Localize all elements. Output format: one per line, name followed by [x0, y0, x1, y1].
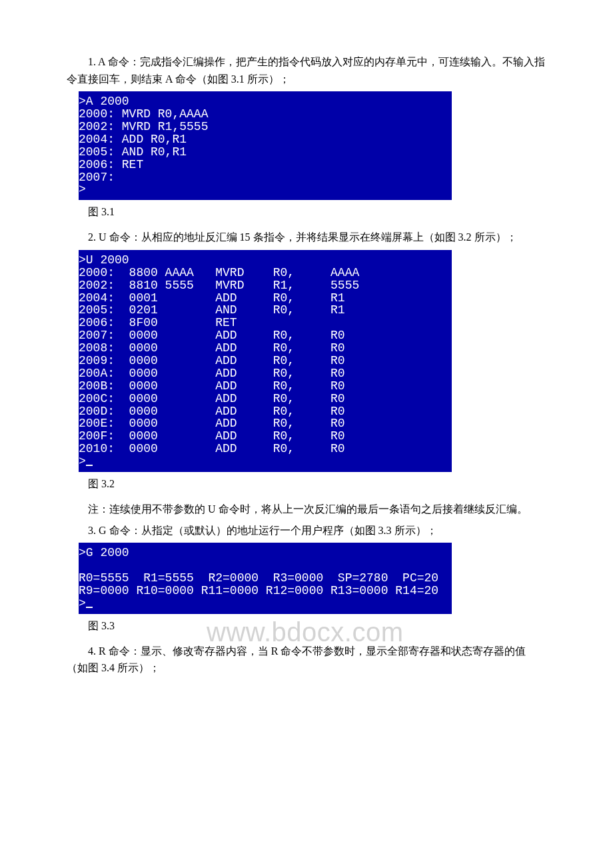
paragraph-r-command: 4. R 命令：显示、修改寄存器内容，当 R 命令不带参数时，显示全部寄存器和状…	[67, 643, 546, 677]
figure-caption-3-2: 图 3.2	[67, 477, 546, 491]
paragraph-u-note: 注：连续使用不带参数的 U 命令时，将从上一次反汇编的最后一条语句之后接着继续反…	[67, 501, 546, 518]
figure-caption-3-3: 图 3.3	[67, 619, 546, 633]
terminal-output-u: >U 2000 2000: 8800 AAAA MVRD R0, AAAA 20…	[79, 250, 452, 472]
figure-caption-3-1: 图 3.1	[67, 205, 546, 219]
paragraph-u-command: 2. U 命令：从相应的地址反汇编 15 条指令，并将结果显示在终端屏幕上（如图…	[67, 229, 546, 246]
terminal-output-a: >A 2000 2000: MVRD R0,AAAA 2002: MVRD R1…	[79, 91, 452, 200]
paragraph-g-command: 3. G 命令：从指定（或默认）的地址运行一个用户程序（如图 3.3 所示）；	[67, 522, 546, 539]
terminal-output-g: >G 2000 R0=5555 R1=5555 R2=0000 R3=0000 …	[79, 543, 452, 613]
paragraph-a-command: 1. A 命令：完成指令汇编操作，把产生的指令代码放入对应的内存单元中，可连续输…	[67, 53, 546, 87]
